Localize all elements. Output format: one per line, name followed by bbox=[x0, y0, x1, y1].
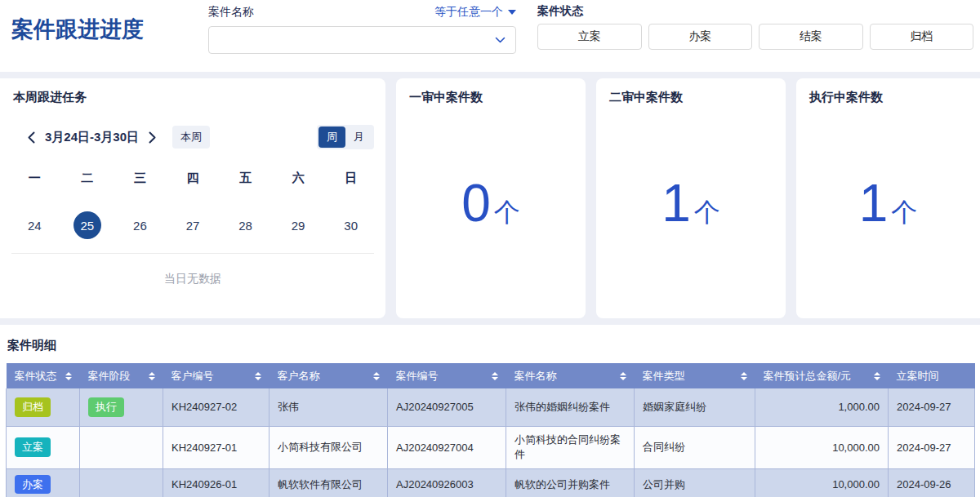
stat-title: 一审中案件数 bbox=[396, 78, 586, 105]
weekday-label: 四 bbox=[167, 166, 220, 191]
case-name-select[interactable] bbox=[208, 26, 516, 54]
case-no-cell: AJ20240926003 bbox=[388, 468, 506, 497]
customer-no-cell: KH240927-02 bbox=[163, 388, 270, 426]
col-header: 客户名称 bbox=[278, 369, 320, 384]
weekday-label: 六 bbox=[272, 166, 325, 191]
stat-title: 执行中案件数 bbox=[796, 78, 980, 105]
stat-card-execution: 执行中案件数 1 个 bbox=[796, 78, 980, 318]
customer-name-cell: 帆软软件有限公司 bbox=[270, 468, 388, 497]
divider bbox=[11, 253, 374, 254]
this-week-button[interactable]: 本周 bbox=[172, 126, 210, 149]
sort-icon[interactable] bbox=[373, 372, 380, 380]
stat-unit: 个 bbox=[694, 195, 720, 231]
operator-dropdown[interactable]: 等于任意一个 bbox=[434, 5, 516, 20]
table-row[interactable]: 归档 执行 KH240927-02 张伟 AJ20240927005 张伟的婚姻… bbox=[7, 388, 975, 426]
page-title: 案件跟进进度 bbox=[11, 15, 144, 44]
cards-band: 本周跟进任务 3月24日-3月30日 本周 周 月 一 二 三 四 五 六 日 bbox=[0, 72, 980, 325]
amount-cell: 10,000.00 bbox=[755, 468, 889, 497]
chevron-left-icon bbox=[28, 131, 35, 144]
status-button-jiean[interactable]: 结案 bbox=[759, 24, 863, 50]
case-name-cell: 帆软的公司并购案件 bbox=[506, 468, 635, 497]
case-detail-section: 案件明细 案件状态 案件阶段 客户编号 客户名称 案件编号 案件名称 案件类型 … bbox=[0, 325, 980, 497]
day-24[interactable]: 24 bbox=[20, 211, 48, 239]
top-filter-bar: 案件跟进进度 案件名称 等于任意一个 案件状态 立案 办案 结案 归档 bbox=[0, 0, 980, 72]
stat-number: 1 bbox=[662, 177, 691, 229]
case-type-cell: 婚姻家庭纠纷 bbox=[635, 388, 755, 426]
col-header: 案件编号 bbox=[396, 369, 439, 384]
customer-no-cell: KH240926-01 bbox=[163, 468, 270, 497]
sort-icon[interactable] bbox=[255, 372, 261, 380]
sort-icon[interactable] bbox=[741, 372, 747, 380]
filing-date-cell: 2024-09-27 bbox=[889, 388, 975, 426]
case-table: 案件状态 案件阶段 客户编号 客户名称 案件编号 案件名称 案件类型 案件预计总… bbox=[6, 363, 975, 497]
status-badge: 办案 bbox=[15, 475, 51, 495]
stage-badge: 执行 bbox=[88, 397, 124, 417]
filing-date-cell: 2024-09-26 bbox=[889, 468, 975, 497]
sort-icon[interactable] bbox=[492, 372, 498, 380]
case-name-label: 案件名称 bbox=[208, 5, 254, 20]
table-row[interactable]: 立案 KH240927-01 小简科技有限公司 AJ20240927004 小简… bbox=[7, 426, 975, 468]
weekly-task-card: 本周跟进任务 3月24日-3月30日 本周 周 月 一 二 三 四 五 六 日 bbox=[0, 78, 385, 318]
case-name-cell: 小简科技的合同纠纷案件 bbox=[506, 426, 635, 468]
case-type-cell: 公司并购 bbox=[635, 468, 755, 497]
chevron-right-icon bbox=[149, 131, 156, 144]
customer-name-cell: 小简科技有限公司 bbox=[270, 426, 388, 468]
col-header: 案件预计总金额/元 bbox=[764, 369, 852, 384]
case-name-cell: 张伟的婚姻纠纷案件 bbox=[506, 388, 635, 426]
sort-icon[interactable] bbox=[149, 372, 155, 380]
col-header: 案件状态 bbox=[15, 369, 57, 384]
table-row[interactable]: 办案 KH240926-01 帆软软件有限公司 AJ20240926003 帆软… bbox=[7, 468, 975, 497]
weekday-label: 日 bbox=[324, 166, 377, 191]
weekday-label: 三 bbox=[114, 166, 167, 191]
stat-unit: 个 bbox=[494, 195, 520, 231]
weekday-label: 五 bbox=[219, 166, 272, 191]
stat-unit: 个 bbox=[891, 195, 917, 231]
status-badge: 立案 bbox=[15, 437, 51, 457]
col-header: 案件阶段 bbox=[88, 369, 131, 384]
customer-name-cell: 张伟 bbox=[270, 388, 388, 426]
sort-icon[interactable] bbox=[874, 372, 880, 380]
case-status-filter: 案件状态 立案 办案 结案 归档 bbox=[537, 3, 973, 50]
day-25-selected[interactable]: 25 bbox=[74, 211, 101, 239]
day-28[interactable]: 28 bbox=[232, 211, 260, 239]
status-button-banan[interactable]: 办案 bbox=[648, 24, 753, 50]
status-button-guidang[interactable]: 归档 bbox=[870, 24, 974, 50]
week-toggle[interactable]: 周 bbox=[318, 126, 345, 148]
stat-number: 0 bbox=[461, 177, 491, 229]
weekday-label: 二 bbox=[61, 166, 114, 191]
day-26[interactable]: 26 bbox=[126, 211, 154, 239]
date-range: 3月24日-3月30日 bbox=[45, 130, 139, 145]
status-badge: 归档 bbox=[15, 397, 51, 417]
weekday-label: 一 bbox=[8, 166, 61, 191]
weekday-row: 一 二 三 四 五 六 日 bbox=[8, 166, 377, 191]
sort-icon[interactable] bbox=[620, 372, 626, 380]
col-header: 案件名称 bbox=[514, 369, 557, 384]
chevron-down-icon bbox=[495, 37, 506, 44]
stat-title: 二审中案件数 bbox=[596, 78, 786, 105]
case-no-cell: AJ20240927005 bbox=[388, 388, 506, 426]
operator-label: 等于任意一个 bbox=[434, 5, 503, 20]
status-button-lian[interactable]: 立案 bbox=[537, 24, 642, 50]
day-row: 24 25 26 27 28 29 30 bbox=[8, 207, 377, 243]
case-type-cell: 合同纠纷 bbox=[635, 426, 755, 468]
day-29[interactable]: 29 bbox=[284, 211, 312, 239]
no-data-text: 当日无数据 bbox=[0, 272, 385, 286]
sort-icon[interactable] bbox=[65, 372, 72, 380]
month-toggle[interactable]: 月 bbox=[345, 126, 372, 148]
prev-week-button[interactable] bbox=[24, 131, 38, 144]
day-27[interactable]: 27 bbox=[179, 211, 207, 239]
next-week-button[interactable] bbox=[145, 131, 159, 144]
col-header: 客户编号 bbox=[172, 369, 214, 384]
col-header: 立案时间 bbox=[897, 369, 939, 384]
filing-date-cell: 2024-09-27 bbox=[889, 426, 975, 468]
stat-number: 1 bbox=[859, 177, 889, 229]
stat-card-second-instance: 二审中案件数 1 个 bbox=[596, 78, 786, 318]
customer-no-cell: KH240927-01 bbox=[163, 426, 270, 468]
day-30[interactable]: 30 bbox=[337, 211, 365, 239]
week-month-toggle: 周 月 bbox=[317, 125, 374, 149]
weekly-task-title: 本周跟进任务 bbox=[0, 78, 385, 105]
case-detail-title: 案件明细 bbox=[7, 338, 974, 353]
stat-card-first-instance: 一审中案件数 0 个 bbox=[396, 78, 586, 318]
col-header: 案件类型 bbox=[643, 369, 685, 384]
case-status-label: 案件状态 bbox=[537, 4, 583, 17]
